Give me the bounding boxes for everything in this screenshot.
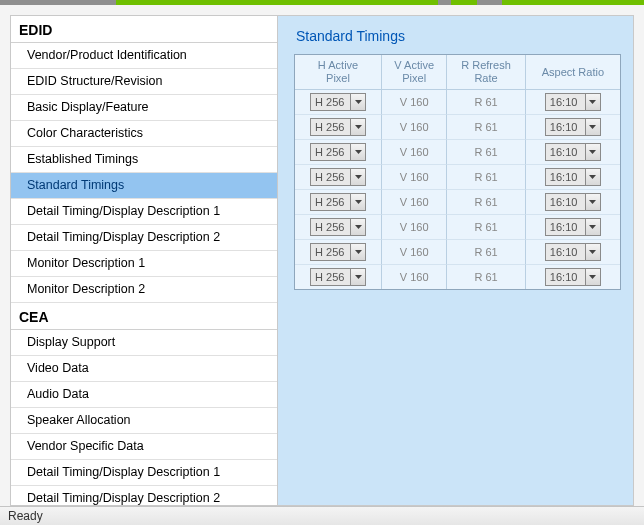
chevron-down-icon [585,94,600,110]
sidebar-item[interactable]: Detail Timing/Display Description 1 [11,460,277,486]
svg-marker-13 [589,250,596,254]
svg-marker-7 [589,175,596,179]
sidebar-group-header: CEA [11,303,277,330]
v-active-value: V 160 [400,121,429,133]
chevron-down-icon [585,269,600,285]
chevron-down-icon [350,94,365,110]
v-active-value: V 160 [400,171,429,183]
v-active-value: V 160 [400,96,429,108]
sidebar-item[interactable]: Display Support [11,330,277,356]
sidebar-item[interactable]: Speaker Allocation [11,408,277,434]
chevron-down-icon [350,144,365,160]
svg-marker-3 [589,125,596,129]
panel-title: Standard Timings [296,28,621,44]
table-row: H 256V 160R 6116:10 [295,165,620,190]
cell-aspect: 16:10 [526,215,620,240]
aspect-ratio-select[interactable]: 16:10 [545,143,601,161]
col-header-refresh: R RefreshRate [447,55,525,90]
cell-v-active: V 160 [382,115,447,140]
sidebar-item[interactable]: Detail Timing/Display Description 2 [11,225,277,251]
sidebar-item[interactable]: Standard Timings [11,173,277,199]
aspect-ratio-select-value: 16:10 [550,197,585,208]
status-bar: Ready [0,506,644,526]
v-active-value: V 160 [400,196,429,208]
cell-v-active: V 160 [382,240,447,265]
svg-marker-15 [589,275,596,279]
chevron-down-icon [350,119,365,135]
aspect-ratio-select-value: 16:10 [550,172,585,183]
cell-refresh: R 61 [447,265,525,289]
cell-aspect: 16:10 [526,240,620,265]
cell-v-active: V 160 [382,165,447,190]
cell-h-active: H 256 [295,190,382,215]
aspect-ratio-select[interactable]: 16:10 [545,93,601,111]
aspect-ratio-select[interactable]: 16:10 [545,168,601,186]
sidebar-item[interactable]: Monitor Description 2 [11,277,277,303]
refresh-value: R 61 [474,196,497,208]
aspect-ratio-select-value: 16:10 [550,247,585,258]
sidebar-item[interactable]: Monitor Description 1 [11,251,277,277]
h-active-select[interactable]: H 256 [310,143,366,161]
svg-marker-12 [355,250,362,254]
cell-v-active: V 160 [382,90,447,115]
svg-marker-1 [589,100,596,104]
sidebar-item[interactable]: Video Data [11,356,277,382]
refresh-value: R 61 [474,171,497,183]
sidebar-item[interactable]: Detail Timing/Display Description 2 [11,486,277,505]
sidebar: EDIDVendor/Product IdentificationEDID St… [10,15,278,505]
table-row: H 256V 160R 6116:10 [295,190,620,215]
sidebar-item[interactable]: EDID Structure/Revision [11,69,277,95]
cell-v-active: V 160 [382,215,447,240]
svg-marker-14 [355,275,362,279]
h-active-select[interactable]: H 256 [310,268,366,286]
sidebar-item[interactable]: Color Characteristics [11,121,277,147]
cell-v-active: V 160 [382,190,447,215]
h-active-select[interactable]: H 256 [310,218,366,236]
h-active-select[interactable]: H 256 [310,93,366,111]
h-active-select[interactable]: H 256 [310,168,366,186]
svg-marker-10 [355,225,362,229]
table-row: H 256V 160R 6116:10 [295,140,620,165]
sidebar-item[interactable]: Established Timings [11,147,277,173]
v-active-value: V 160 [400,246,429,258]
aspect-ratio-select-value: 16:10 [550,122,585,133]
chevron-down-icon [585,194,600,210]
aspect-ratio-select[interactable]: 16:10 [545,193,601,211]
aspect-ratio-select[interactable]: 16:10 [545,243,601,261]
status-text: Ready [8,509,43,523]
chevron-down-icon [350,219,365,235]
h-active-select[interactable]: H 256 [310,118,366,136]
cell-h-active: H 256 [295,90,382,115]
sidebar-item[interactable]: Audio Data [11,382,277,408]
cell-refresh: R 61 [447,90,525,115]
aspect-ratio-select[interactable]: 16:10 [545,218,601,236]
sidebar-item[interactable]: Vendor/Product Identification [11,43,277,69]
cell-refresh: R 61 [447,190,525,215]
cell-aspect: 16:10 [526,265,620,289]
svg-marker-11 [589,225,596,229]
cell-refresh: R 61 [447,215,525,240]
cell-aspect: 16:10 [526,140,620,165]
aspect-ratio-select[interactable]: 16:10 [545,268,601,286]
h-active-select[interactable]: H 256 [310,243,366,261]
cell-h-active: H 256 [295,165,382,190]
sidebar-item[interactable]: Vendor Specific Data [11,434,277,460]
svg-marker-9 [589,200,596,204]
chevron-down-icon [350,244,365,260]
table-row: H 256V 160R 6116:10 [295,240,620,265]
refresh-value: R 61 [474,246,497,258]
v-active-value: V 160 [400,146,429,158]
aspect-ratio-select[interactable]: 16:10 [545,118,601,136]
chevron-down-icon [585,244,600,260]
sidebar-item[interactable]: Detail Timing/Display Description 1 [11,199,277,225]
sidebar-item[interactable]: Basic Display/Feature [11,95,277,121]
cell-aspect: 16:10 [526,115,620,140]
table-row: H 256V 160R 6116:10 [295,215,620,240]
aspect-ratio-select-value: 16:10 [550,272,585,283]
col-header-aspect: Aspect Ratio [526,55,620,90]
cell-refresh: R 61 [447,240,525,265]
svg-marker-2 [355,125,362,129]
refresh-value: R 61 [474,271,497,283]
aspect-ratio-select-value: 16:10 [550,97,585,108]
h-active-select[interactable]: H 256 [310,193,366,211]
